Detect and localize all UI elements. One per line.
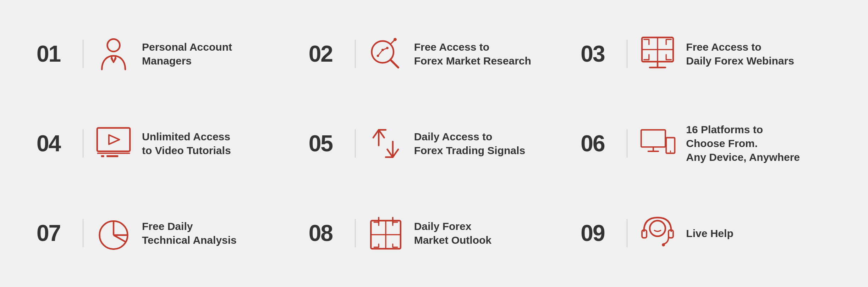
svg-point-37 bbox=[662, 243, 665, 247]
person-icon bbox=[94, 34, 133, 73]
feature-item-08: 08 Daily ForexMarket Outlook bbox=[298, 188, 570, 278]
feature-item-09: 09 Live Help bbox=[570, 188, 842, 278]
feature-label-04: Unlimited Accessto Video Tutorials bbox=[142, 130, 231, 157]
feature-number-05: 05 bbox=[309, 130, 344, 157]
devices-icon bbox=[638, 124, 677, 163]
svg-line-6 bbox=[378, 50, 383, 56]
feature-label-02: Free Access toForex Market Research bbox=[414, 40, 531, 68]
svg-point-34 bbox=[650, 221, 665, 236]
monitor-grid-icon bbox=[638, 34, 677, 73]
features-grid: 01 Personal AccountManagers 02 bbox=[26, 9, 842, 278]
feature-number-06: 06 bbox=[581, 130, 616, 157]
divider-05 bbox=[355, 129, 356, 158]
svg-line-2 bbox=[390, 60, 398, 67]
svg-rect-20 bbox=[641, 130, 665, 147]
feature-number-02: 02 bbox=[309, 41, 344, 67]
feature-item-06: 06 16 Platforms toChoose From.Any Device… bbox=[570, 99, 842, 188]
divider-08 bbox=[355, 219, 356, 247]
feature-label-07: Free DailyTechnical Analysis bbox=[142, 219, 237, 247]
svg-marker-16 bbox=[109, 135, 120, 144]
feature-number-04: 04 bbox=[37, 130, 72, 157]
arrows-updown-icon bbox=[366, 124, 405, 163]
feature-number-08: 08 bbox=[309, 220, 344, 246]
feature-label-06: 16 Platforms toChoose From.Any Device, A… bbox=[686, 123, 800, 164]
feature-label-09: Live Help bbox=[686, 226, 733, 240]
feature-label-05: Daily Access toForex Trading Signals bbox=[414, 130, 525, 157]
divider-01 bbox=[83, 40, 83, 68]
svg-line-8 bbox=[390, 40, 394, 44]
feature-item-01: 01 Personal AccountManagers bbox=[26, 9, 298, 99]
calendar-grid-icon bbox=[366, 214, 405, 253]
divider-04 bbox=[83, 129, 83, 158]
feature-item-02: 02 Free Access toForex Market Research bbox=[298, 9, 570, 99]
feature-number-03: 03 bbox=[581, 41, 616, 67]
svg-point-9 bbox=[394, 38, 397, 41]
headset-icon bbox=[638, 214, 677, 253]
divider-02 bbox=[355, 40, 356, 68]
svg-rect-19 bbox=[106, 155, 118, 157]
feature-number-07: 07 bbox=[37, 220, 72, 246]
divider-03 bbox=[627, 40, 627, 68]
feature-item-04: 04 Unlimited Accessto Video Tutorials bbox=[26, 99, 298, 188]
svg-rect-15 bbox=[97, 128, 130, 151]
feature-number-09: 09 bbox=[581, 220, 616, 246]
feature-label-03: Free Access toDaily Forex Webinars bbox=[686, 40, 794, 68]
svg-rect-18 bbox=[101, 155, 104, 157]
feature-item-07: 07 Free DailyTechnical Analysis bbox=[26, 188, 298, 278]
divider-06 bbox=[627, 129, 627, 158]
feature-number-01: 01 bbox=[37, 41, 72, 67]
video-player-icon bbox=[94, 124, 133, 163]
feature-label-01: Personal AccountManagers bbox=[142, 40, 232, 68]
divider-09 bbox=[627, 219, 627, 247]
feature-item-03: 03 Free Access toDaily Forex Webinars bbox=[570, 9, 842, 99]
pie-chart-icon bbox=[94, 214, 133, 253]
divider-07 bbox=[83, 219, 83, 247]
svg-point-0 bbox=[107, 39, 120, 51]
feature-item-05: 05 Daily Access toForex Trading Signals bbox=[298, 99, 570, 188]
svg-line-27 bbox=[114, 235, 126, 242]
feature-label-08: Daily ForexMarket Outlook bbox=[414, 219, 491, 247]
svg-line-7 bbox=[383, 48, 387, 50]
search-chart-icon bbox=[366, 34, 405, 73]
